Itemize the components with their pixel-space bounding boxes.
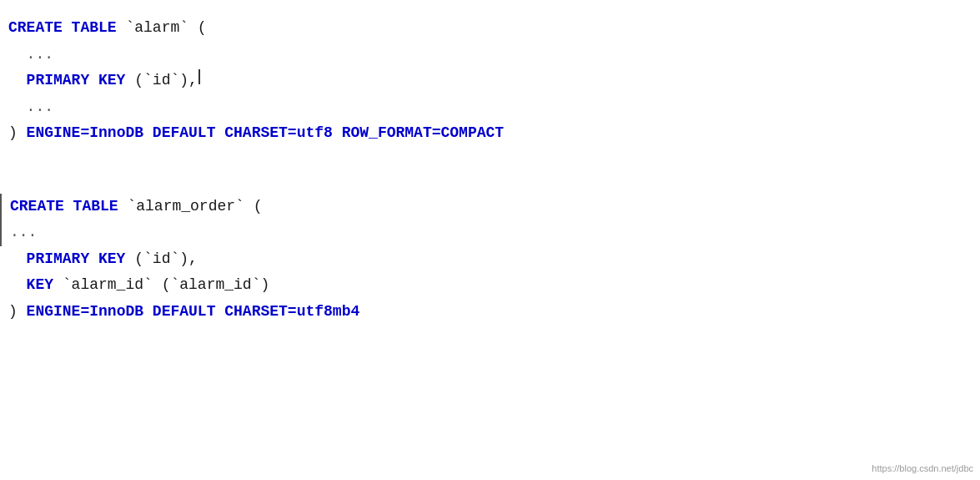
- engine-text: ENGINE=InnoDB DEFAULT CHARSET=utf8mb4: [27, 299, 360, 326]
- backtick-name-text: `alarm`: [125, 15, 188, 42]
- punct-text: ),: [179, 246, 198, 273]
- kw-text: PRIMARY KEY: [8, 246, 125, 273]
- punct-text: (: [188, 15, 207, 42]
- backtick-name-text: `alarm_id`: [63, 272, 153, 299]
- kw-text: KEY: [8, 272, 63, 299]
- ellipsis-text: ...: [8, 94, 53, 121]
- code-line-b1l2: ...: [0, 42, 980, 68]
- kw-text: CREATE TABLE: [8, 15, 125, 42]
- code-line-b1l1: CREATE TABLE `alarm` (: [0, 15, 980, 42]
- code-line-b1l5: ) ENGINE=InnoDB DEFAULT CHARSET=utf8 ROW…: [0, 120, 980, 147]
- punct-text: (: [125, 68, 143, 94]
- code-line-b2l2: ...: [0, 220, 980, 246]
- code-line-b2l4: KEY `alarm_id` (`alarm_id`): [0, 272, 980, 299]
- code-container: CREATE TABLE `alarm` ( ... PRIMARY KEY (…: [0, 0, 980, 480]
- code-line-b2l1: CREATE TABLE `alarm_order` (: [0, 194, 980, 220]
- backtick-name-text: `id`: [143, 246, 179, 273]
- backtick-name-text: `alarm_order`: [127, 194, 244, 220]
- kw-text: CREATE TABLE: [10, 194, 127, 220]
- code-line-b1l4: ...: [0, 94, 980, 121]
- punct-text: (: [125, 246, 143, 273]
- code-line-b2l3: PRIMARY KEY (`id`),: [0, 246, 980, 273]
- code-line-b2l5: ) ENGINE=InnoDB DEFAULT CHARSET=utf8mb4: [0, 299, 980, 326]
- punct-text: ),: [179, 68, 198, 94]
- watermark: https://blog.csdn.net/jdbc: [872, 463, 973, 473]
- ellipsis-text: ...: [10, 220, 37, 246]
- code-line-b1l3: PRIMARY KEY (`id`),: [0, 68, 980, 94]
- punct-text: (: [244, 194, 263, 220]
- punct-text: (: [153, 272, 171, 299]
- ellipsis-text: ...: [8, 42, 53, 68]
- kw-text: PRIMARY KEY: [8, 68, 125, 94]
- backtick-name-text: `id`: [143, 68, 179, 94]
- code-block-1: CREATE TABLE `alarm` ( ... PRIMARY KEY (…: [0, 8, 980, 154]
- punct-text: ): [8, 120, 27, 147]
- punct-text: ): [260, 272, 269, 299]
- backtick-name-text: `alarm_id`: [170, 272, 260, 299]
- punct-text: ): [8, 299, 27, 326]
- engine-text: ENGINE=InnoDB DEFAULT CHARSET=utf8 ROW_F…: [27, 120, 505, 147]
- code-block-2: CREATE TABLE `alarm_order` (... PRIMARY …: [0, 187, 980, 332]
